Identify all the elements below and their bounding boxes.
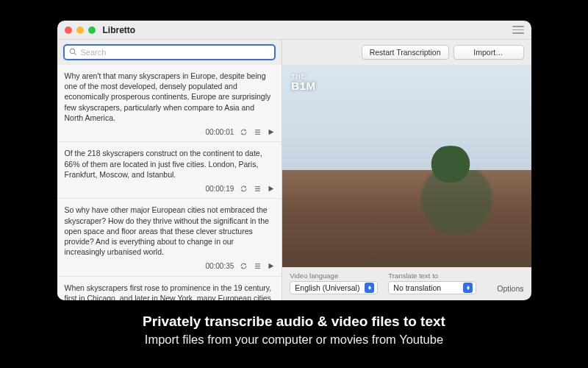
window-controls bbox=[65, 26, 96, 34]
search-field[interactable] bbox=[63, 44, 276, 60]
close-icon[interactable] bbox=[65, 26, 72, 34]
segment-text: Why aren't that many skyscrapers in Euro… bbox=[65, 71, 275, 123]
segment-text: When skyscrapers first rose to prominenc… bbox=[65, 283, 275, 300]
svg-marker-9 bbox=[269, 186, 274, 192]
video-watermark: THE B1M bbox=[291, 74, 315, 91]
content: Why aren't that many skyscrapers in Euro… bbox=[57, 40, 531, 300]
chevron-updown-icon bbox=[463, 283, 473, 293]
search-input[interactable] bbox=[81, 48, 270, 57]
segment-text: So why have other major European cities … bbox=[65, 205, 275, 257]
transcript-segment[interactable]: Why aren't that many skyscrapers in Euro… bbox=[57, 65, 282, 142]
transcript-segment[interactable]: Of the 218 skyscrapers construct on the … bbox=[57, 142, 282, 199]
app-window: Libretto Why aren't that many skyscraper… bbox=[57, 21, 531, 300]
video-language-field: Video language English (Universal) bbox=[290, 272, 378, 294]
segment-time: 00:00:35 bbox=[205, 261, 234, 272]
minimize-icon[interactable] bbox=[76, 26, 84, 34]
caption-line-1: Privately transcribe audio & video files… bbox=[143, 314, 445, 330]
translate-select[interactable]: No translation bbox=[388, 281, 476, 294]
caption-line-2: Import files from your computer or movie… bbox=[143, 333, 445, 347]
video-panel: Restart Transcription Import… THE B1M Vi… bbox=[282, 40, 531, 300]
video-player[interactable]: THE B1M bbox=[282, 65, 531, 267]
transcript-panel: Why aren't that many skyscrapers in Euro… bbox=[57, 40, 283, 300]
video-language-value: English (Universal) bbox=[295, 283, 359, 292]
loop-icon[interactable] bbox=[240, 185, 248, 193]
play-icon[interactable] bbox=[268, 263, 274, 269]
loop-icon[interactable] bbox=[240, 128, 248, 136]
list-icon[interactable] bbox=[254, 185, 262, 193]
transcript-segment[interactable]: When skyscrapers first rose to prominenc… bbox=[57, 277, 282, 300]
bottom-bar: Video language English (Universal) Trans… bbox=[282, 267, 531, 300]
restart-transcription-button[interactable]: Restart Transcription bbox=[362, 45, 449, 60]
video-language-label: Video language bbox=[290, 272, 378, 280]
menu-icon[interactable] bbox=[512, 26, 524, 34]
import-button[interactable]: Import… bbox=[453, 45, 524, 60]
chevron-updown-icon bbox=[365, 283, 374, 293]
svg-point-0 bbox=[70, 49, 74, 53]
titlebar: Libretto bbox=[57, 21, 531, 40]
segment-time: 00:00:01 bbox=[205, 127, 234, 138]
list-icon[interactable] bbox=[254, 262, 262, 270]
translate-value: No translation bbox=[393, 283, 441, 292]
loop-icon[interactable] bbox=[240, 262, 248, 270]
toolbar: Restart Transcription Import… bbox=[282, 40, 531, 65]
options-link[interactable]: Options bbox=[497, 284, 523, 294]
play-icon[interactable] bbox=[268, 185, 274, 192]
translate-label: Translate text to bbox=[388, 272, 476, 280]
search-icon bbox=[69, 48, 77, 57]
svg-marker-5 bbox=[269, 130, 274, 135]
segment-text: Of the 218 skyscrapers construct on the … bbox=[65, 148, 275, 180]
list-icon[interactable] bbox=[254, 128, 262, 136]
video-language-select[interactable]: English (Universal) bbox=[290, 281, 378, 294]
segment-time: 00:00:19 bbox=[205, 184, 234, 194]
zoom-icon[interactable] bbox=[88, 26, 96, 34]
svg-line-1 bbox=[74, 53, 76, 55]
svg-marker-13 bbox=[269, 263, 274, 269]
translate-field: Translate text to No translation bbox=[388, 272, 476, 294]
window-title: Libretto bbox=[103, 25, 136, 35]
transcript-list[interactable]: Why aren't that many skyscrapers in Euro… bbox=[57, 65, 282, 300]
play-icon[interactable] bbox=[268, 129, 274, 135]
transcript-segment[interactable]: So why have other major European cities … bbox=[57, 199, 282, 276]
marketing-caption: Privately transcribe audio & video files… bbox=[143, 314, 445, 347]
